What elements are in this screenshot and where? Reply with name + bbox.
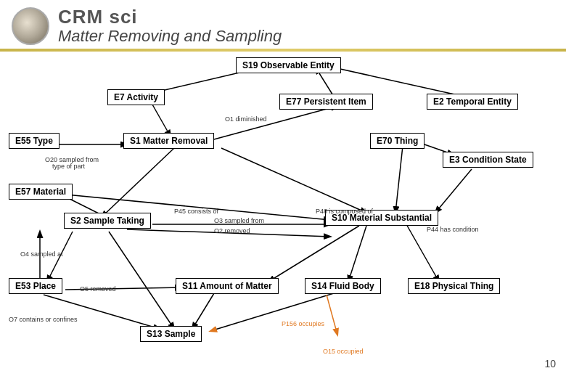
box-e53: E53 Place	[9, 278, 62, 294]
label-o5: O5 removed	[80, 285, 116, 293]
svg-line-5	[203, 106, 337, 142]
box-s2: S2 Sample Taking	[64, 213, 151, 229]
svg-line-3	[152, 105, 171, 136]
svg-line-24	[327, 295, 337, 335]
box-s14: S14 Fluid Body	[305, 278, 381, 294]
box-s11: S11 Amount of Matter	[176, 278, 279, 294]
box-e2: E2 Temporal Entity	[427, 94, 518, 110]
svg-line-18	[44, 295, 160, 329]
label-o3: O3 sampled from	[214, 217, 264, 224]
box-e57: E57 Material	[9, 184, 73, 200]
svg-line-10	[435, 169, 472, 213]
label-p46: P46 is composed of	[316, 208, 373, 215]
label-p156: P156 occupies	[282, 320, 324, 327]
svg-line-13	[102, 148, 174, 217]
title-block: CRM sci Matter Removing and Sampling	[58, 6, 282, 46]
label-o20b: type of part	[52, 163, 85, 170]
label-p45: P45 consists of	[174, 208, 218, 215]
svg-line-25	[192, 293, 214, 329]
app-title: CRM sci	[58, 6, 282, 28]
label-o15: O15 occupied	[323, 348, 364, 355]
svg-line-1	[334, 68, 464, 97]
header: CRM sci Matter Removing and Sampling	[0, 0, 566, 46]
logo	[12, 7, 49, 45]
svg-line-21	[348, 226, 366, 282]
label-o4: O4 sampled at	[20, 250, 63, 258]
box-e3: E3 Condition State	[443, 152, 533, 168]
svg-line-19	[109, 232, 174, 329]
subtitle: Matter Removing and Sampling	[58, 27, 282, 46]
box-e77: E77 Persistent Item	[279, 94, 373, 110]
svg-line-14	[221, 148, 366, 213]
box-e55: E55 Type	[9, 133, 60, 149]
svg-line-20	[268, 226, 359, 282]
svg-line-9	[395, 146, 403, 213]
box-e70: E70 Thing	[370, 133, 424, 149]
label-o2: O2 removed	[214, 227, 250, 234]
label-p44: P44 has condition	[427, 226, 479, 233]
box-s19: S19 Observable Entity	[236, 57, 341, 73]
label-o7: O7 contains or confines	[9, 316, 78, 323]
box-e18: E18 Physical Thing	[408, 278, 500, 294]
box-s1: S1 Matter Removal	[123, 133, 214, 149]
label-o1: O1 diminished	[225, 115, 267, 123]
diagram: S19 Observable Entity E7 Activity E77 Pe…	[0, 52, 566, 371]
box-e7: E7 Activity	[107, 89, 165, 105]
box-s13: S13 Sample	[140, 326, 202, 342]
